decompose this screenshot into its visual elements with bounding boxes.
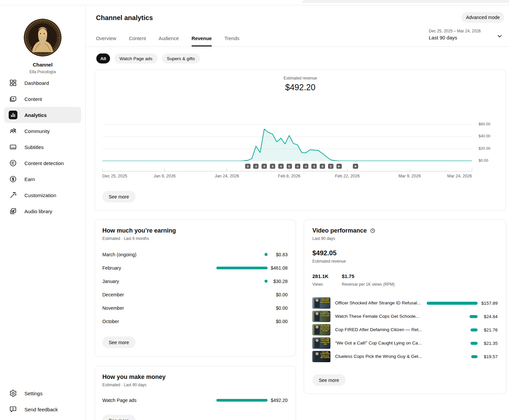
publish-marker-count[interactable]: 4 <box>311 164 317 169</box>
vp-views-stat: 281.1K Views <box>312 273 328 287</box>
money-see-more-button[interactable]: See more <box>102 415 135 420</box>
sidebar-item-analytics[interactable]: Analytics <box>4 107 81 123</box>
month-label: December <box>102 292 124 297</box>
tab-content[interactable]: Content <box>129 36 146 46</box>
rpm-value: $1.75 <box>342 273 395 279</box>
revenue-area-chart <box>102 110 472 161</box>
video-performance-card: Video performance Last 90 days $492.05 E… <box>304 220 506 394</box>
video-thumbnail: YOU LOOK ODD GIVE ME YOUR ID <box>312 297 330 309</box>
y-axis-label: $0.00 <box>479 158 502 162</box>
publish-marker-count[interactable]: 4 <box>320 164 325 169</box>
sidebar-item-send-feedback[interactable]: Send feedback <box>0 401 85 417</box>
amount-bar <box>216 267 268 269</box>
chevron-down-icon[interactable] <box>496 33 503 39</box>
amount-value: $30.28 <box>273 279 288 284</box>
month-label: November <box>102 305 124 311</box>
card-title-row: Video performance <box>312 227 376 234</box>
chip-supers-gifts[interactable]: Supers & gifts <box>162 53 200 63</box>
card-subtitle: Estimated · Last 90 days <box>102 383 146 387</box>
search-input-partial[interactable] <box>302 0 509 3</box>
publish-marker-count[interactable]: 5 <box>287 164 292 169</box>
sidebar-item-subtitles[interactable]: Subtitles <box>0 139 85 155</box>
views-label: Views <box>312 282 328 287</box>
publish-marker-count[interactable]: 3 <box>245 164 250 169</box>
amount-bar <box>470 315 478 318</box>
amount-value: $19.57 <box>484 354 498 359</box>
publish-marker-count[interactable]: 4 <box>253 164 259 169</box>
tab-revenue[interactable]: Revenue <box>192 36 212 46</box>
sidebar-item-audio-library[interactable]: Audio library <box>0 203 85 219</box>
sidebar-item-label: Customization <box>24 192 56 198</box>
x-axis-label: Dec 25, 2025 <box>102 174 127 178</box>
video-row[interactable]: I'M NOT GIVING YOU GUYS SH#T Watch These… <box>304 310 506 323</box>
revenue-filter-chips: All Watch Page ads Supers & gifts <box>96 53 200 63</box>
sidebar-item-earn[interactable]: Earn <box>0 171 85 187</box>
earnings-card: How much you’re earning Estimated · Last… <box>95 220 296 357</box>
sidebar-item-customization[interactable]: Customization <box>0 187 85 203</box>
publish-marker-count[interactable]: 4 <box>295 164 300 169</box>
publish-marker-count[interactable]: 2 <box>328 164 333 169</box>
tab-audience[interactable]: Audience <box>159 36 179 46</box>
month-label: March (ongoing) <box>102 252 136 257</box>
sidebar-item-label: Subtitles <box>24 144 44 150</box>
video-see-more-button[interactable]: See more <box>312 374 345 386</box>
chart-metric-label: Estimated revenue <box>95 76 506 81</box>
publish-marker-count[interactable]: 4 <box>262 164 267 169</box>
sidebar-item-label: Content detection <box>24 160 64 166</box>
sidebar-item-settings[interactable]: Settings <box>0 385 85 401</box>
community-icon <box>9 127 17 135</box>
y-axis-label: $20.00 <box>479 146 502 150</box>
make-money-card: How you make money Estimated · Last 90 d… <box>95 366 296 420</box>
amount-value: $0.00 <box>276 292 288 297</box>
amount-bar <box>471 328 478 331</box>
vp-rpm-stat: $1.75 Revenue per 1K views (RPM) <box>342 273 395 287</box>
sidebar-item-community[interactable]: Community <box>0 123 85 139</box>
sidebar-item-content-detection[interactable]: Content detection <box>0 155 85 171</box>
publish-marker-play[interactable] <box>353 164 358 169</box>
dashboard-icon <box>9 79 17 87</box>
analytics-icon <box>9 111 17 119</box>
vp-revenue-label: Estimated revenue <box>312 259 346 264</box>
amount-bar <box>265 280 268 283</box>
video-row[interactable]: YOU LOOK ODD GIVE ME YOUR ID Officer Sho… <box>304 296 506 310</box>
earnings-see-more-button[interactable]: See more <box>102 336 135 348</box>
channel-name: Channel <box>0 62 85 67</box>
chart-metric-value: $492.20 <box>95 83 506 92</box>
amount-value: $157.89 <box>481 301 498 306</box>
y-axis-label: $40.00 <box>479 134 502 138</box>
video-title: Cop FIRED After Defaming Citizen — Ret..… <box>335 327 422 332</box>
amount-value: $21.35 <box>484 341 498 346</box>
tab-trends[interactable]: Trends <box>224 36 239 46</box>
chip-watch-page-ads[interactable]: Watch Page ads <box>114 53 158 63</box>
sidebar-item-label: Dashboard <box>24 80 49 86</box>
video-row[interactable]: STOP LYING YOU PUNK LEARN THE LAW “We Go… <box>304 336 506 350</box>
gear-icon <box>9 389 17 397</box>
date-preset-text: Last 90 days <box>429 35 481 40</box>
advanced-mode-button[interactable]: Advanced mode <box>462 12 504 23</box>
x-axis-label: Jan 9, 2026 <box>154 174 176 178</box>
month-label: October <box>102 319 119 324</box>
sidebar-item-dashboard[interactable]: Dashboard <box>0 75 85 91</box>
sidebar-item-label: Settings <box>24 391 42 396</box>
channel-owner: Ella Psicología <box>0 69 85 74</box>
date-range-selector[interactable]: Dec 25, 2025 – Mar 24, 2026 Last 90 days <box>429 29 481 40</box>
publish-marker-count[interactable]: 4 <box>303 164 308 169</box>
publish-marker-count[interactable]: 4 <box>270 164 275 169</box>
publish-marker-count[interactable]: 4 <box>278 164 284 169</box>
vp-revenue-value: $492.05 <box>312 249 336 257</box>
video-row[interactable]: YOU ARE SUSPICIOUS NOW GIVE ME YOUR ID C… <box>304 350 506 363</box>
tab-overview[interactable]: Overview <box>96 36 116 46</box>
chip-all[interactable]: All <box>96 53 110 63</box>
subtitles-icon <box>9 143 17 151</box>
page-title: Channel analytics <box>96 14 153 22</box>
chart-see-more-button[interactable]: See more <box>102 191 135 202</box>
money-row: Watch Page ads $492.20 <box>95 394 296 407</box>
video-thumbnail: YOU ARE SUSPICIOUS NOW GIVE ME YOUR ID <box>312 351 330 362</box>
publish-marker-play[interactable] <box>336 164 342 169</box>
channel-avatar[interactable] <box>24 19 62 56</box>
earnings-row: January $30.28 <box>95 275 296 288</box>
amount-value: $24.84 <box>484 314 498 319</box>
video-row[interactable]: I'M TELLING YOU TRUST SET UP TRY AGAIN C… <box>304 323 506 336</box>
amount-value: $0.83 <box>276 252 288 257</box>
sidebar-item-content[interactable]: Content <box>0 91 85 107</box>
